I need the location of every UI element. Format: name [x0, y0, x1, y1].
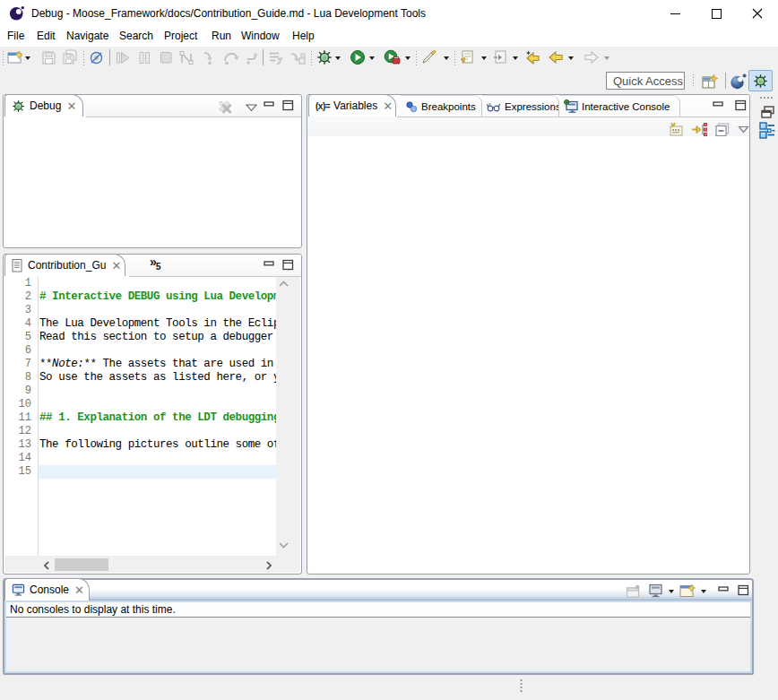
svg-text:x: x — [488, 101, 491, 107]
